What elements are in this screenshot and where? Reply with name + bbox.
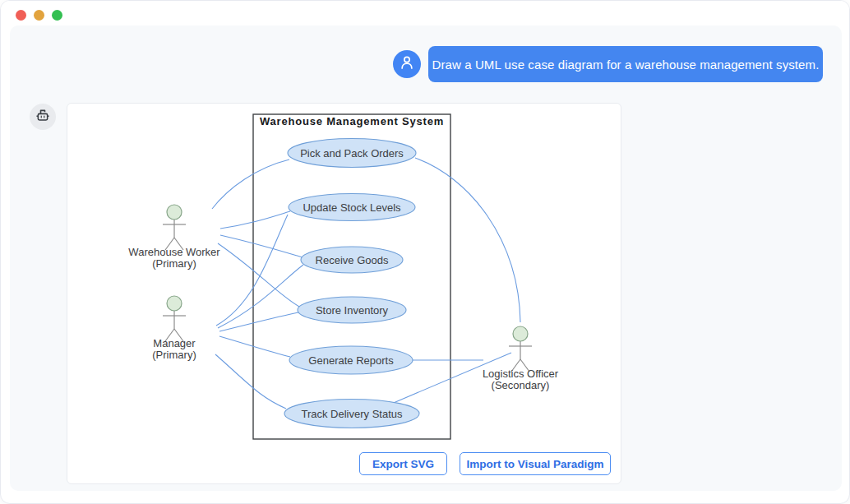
export-svg-button[interactable]: Export SVG [359,452,447,475]
actor-warehouse-worker: Warehouse Worker(Primary) [128,205,220,270]
minimize-window-button[interactable] [34,10,44,21]
user-message-bubble: Draw a UML use case diagram for a wareho… [428,46,823,82]
svg-text:Track Delivery Status: Track Delivery Status [301,408,403,420]
bot-avatar [30,104,56,130]
window-titlebar [1,1,849,25]
actor-manager: Manager(Primary) [152,296,196,361]
uml-use-case-diagram: Pick and Pack OrdersUpdate Stock LevelsR… [67,104,622,485]
robot-icon [35,107,51,127]
svg-text:Warehouse Worker: Warehouse Worker [128,246,220,258]
use-case-generate-reports: Generate Reports [289,346,413,374]
svg-text:(Primary): (Primary) [152,349,196,361]
use-case-track-delivery-status: Track Delivery Status [284,400,419,428]
zoom-window-button[interactable] [52,10,62,21]
svg-text:Logistics Officer: Logistics Officer [483,368,559,380]
svg-text:(Secondary): (Secondary) [492,379,550,391]
person-icon [398,53,416,75]
user-avatar [393,50,421,78]
close-window-button[interactable] [16,10,26,21]
app-window: Draw a UML use case diagram for a wareho… [0,0,850,504]
system-title: Warehouse Management System [260,115,444,127]
use-case-store-inventory: Store Inventory [298,297,406,323]
use-case-pick-and-pack-orders: Pick and Pack Orders [288,139,416,168]
svg-text:Receive Goods: Receive Goods [316,254,389,266]
actor-logistics-officer: Logistics Officer(Secondary) [483,326,559,391]
import-to-visual-paradigm-button[interactable]: Import to Visual Paradigm [460,452,611,475]
svg-text:Pick and Pack Orders: Pick and Pack Orders [300,147,404,160]
svg-text:Manager: Manager [153,337,196,349]
use-case-update-stock-levels: Update Stock Levels [289,194,415,221]
svg-text:(Primary): (Primary) [152,257,196,270]
svg-text:Generate Reports: Generate Reports [308,354,394,367]
svg-text:Store Inventory: Store Inventory [316,304,389,317]
diagram-card: Pick and Pack OrdersUpdate Stock LevelsR… [67,103,621,484]
user-message-text: Draw a UML use case diagram for a wareho… [432,58,820,72]
use-case-receive-goods: Receive Goods [301,247,403,273]
svg-text:Update Stock Levels: Update Stock Levels [303,201,401,214]
